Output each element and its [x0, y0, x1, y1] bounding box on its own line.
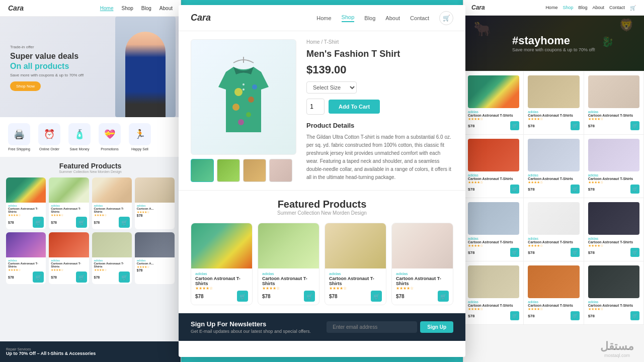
right-product-7[interactable]: adidas Cartoon Astronaut T-Shirts ★★★★☆ …	[464, 198, 523, 261]
right-product-6[interactable]: adidas Cartoon Astronaut T-Shirts ★★★★☆ …	[584, 135, 643, 198]
name-2: Cartoon Astronaut T-Shirts	[51, 207, 87, 213]
add-cart-btn-5[interactable]: 🛒	[33, 272, 44, 283]
right-product-3[interactable]: adidas Cartoon Astronaut T-Shirts ★★★★☆ …	[584, 71, 643, 134]
left-product-4[interactable]: adidas Cartoon A... ★★★★☆ $78	[135, 177, 175, 229]
right-cart-12[interactable]: 🛒	[630, 311, 639, 320]
right-cart-9[interactable]: 🛒	[630, 248, 639, 257]
right-cart-6[interactable]: 🛒	[630, 185, 639, 194]
right-product-2[interactable]: adidas Cartoon Astronaut T-Shirts ★★★★☆ …	[524, 71, 583, 134]
right-cart-4[interactable]: 🛒	[510, 185, 519, 194]
cart-icon-button[interactable]: 🛒	[439, 11, 453, 25]
left-nav-home[interactable]: Home	[100, 6, 114, 11]
left-product-2[interactable]: adidas Cartoon Astronaut T-Shirts ★★★★☆ …	[49, 177, 89, 229]
add-cart-btn-7[interactable]: 🛒	[119, 272, 130, 283]
right-nav-blog[interactable]: Blog	[578, 5, 587, 10]
category-free-shipping[interactable]: 🖨️ Free Shipping	[6, 123, 32, 151]
right-cart-10[interactable]: 🛒	[510, 311, 519, 320]
featured-price-row-3: $78 🛒	[329, 291, 382, 302]
left-product-6[interactable]: adidas Cartoon Astronaut T-Shirts ★★★★☆ …	[49, 232, 89, 284]
right-nav-contact[interactable]: Contact	[609, 5, 625, 10]
featured-product-3[interactable]: adidas Cartoon Astronaut T-Shirts ★★★★☆ …	[325, 223, 386, 305]
left-nav-blog[interactable]: Blog	[141, 6, 151, 11]
add-cart-btn-3[interactable]: 🛒	[119, 217, 130, 228]
right-cart-8[interactable]: 🛒	[571, 248, 580, 257]
featured-img-4	[392, 223, 453, 268]
nav-home[interactable]: Home	[316, 15, 331, 21]
right-img-12	[588, 265, 639, 298]
left-nav-about[interactable]: About	[159, 6, 173, 11]
left-product-1[interactable]: adidas Cartoon Astronaut T-Shirts ★★★★☆ …	[6, 177, 46, 229]
category-promotions[interactable]: 💝 Promotions	[97, 123, 123, 151]
right-stars-8: ★★★★☆	[528, 244, 579, 248]
left-product-3[interactable]: adidas Cartoon Astronaut T-Shirts ★★★★☆ …	[92, 177, 132, 229]
left-product-img-5	[6, 232, 46, 257]
right-cart-5[interactable]: 🛒	[571, 185, 580, 194]
thumbnail-1[interactable]	[191, 159, 214, 182]
nav-about[interactable]: About	[385, 15, 400, 21]
right-product-9[interactable]: adidas Cartoon Astronaut T-Shirts ★★★★☆ …	[584, 198, 643, 261]
right-cart-2[interactable]: 🛒	[571, 121, 580, 130]
right-brand-10: adidas	[468, 300, 519, 304]
nav-shop[interactable]: Shop	[342, 14, 355, 22]
featured-cart-btn-2[interactable]: 🛒	[304, 291, 315, 302]
add-to-cart-button[interactable]: Add To Cart	[329, 100, 380, 114]
featured-product-1[interactable]: adidas Cartoon Astronaut T-Shirts ★★★★☆ …	[191, 223, 253, 305]
category-save-money[interactable]: 🧴 Save Money	[66, 123, 93, 151]
breadcrumb: Home / T-Shirt	[306, 39, 453, 45]
svg-point-4	[246, 112, 251, 117]
size-selector[interactable]: Select Size S M L XL	[306, 81, 357, 94]
left-nav-shop[interactable]: Shop	[121, 6, 133, 11]
quantity-input[interactable]: 1	[306, 99, 325, 115]
category-online-order[interactable]: ⏰ Online Order	[36, 123, 62, 151]
newsletter-signup-button[interactable]: Sign Up	[420, 321, 453, 333]
right-product-11[interactable]: adidas Cartoon Astronaut T-Shirts ★★★★☆ …	[524, 261, 583, 324]
left-product-8[interactable]: adidas Cartoon A... ★★★★☆ $78	[135, 232, 175, 284]
featured-cart-btn-1[interactable]: 🛒	[237, 291, 248, 302]
thumbnail-4[interactable]	[269, 159, 292, 182]
left-product-info-7: adidas Cartoon Astronaut T-Shirts ★★★★☆ …	[92, 257, 132, 284]
featured-cart-btn-3[interactable]: 🛒	[371, 291, 382, 302]
right-img-1	[468, 75, 519, 108]
newsletter-title: Sign Up For Newsletters	[191, 320, 311, 328]
right-name-5: Cartoon Astronaut T-Shirts	[528, 177, 579, 180]
add-cart-btn-1[interactable]: 🛒	[33, 217, 44, 228]
left-product-info-8: adidas Cartoon A... ★★★★☆ $78	[135, 257, 175, 274]
right-brand-8: adidas	[528, 237, 579, 240]
right-nav-home[interactable]: Home	[545, 5, 557, 10]
featured-product-2[interactable]: adidas Cartoon Astronaut T-Shirts ★★★★☆ …	[258, 223, 319, 305]
right-nav-about[interactable]: About	[592, 5, 604, 10]
category-happy-sell[interactable]: 🏃 Happy Sell	[127, 123, 153, 151]
right-product-8[interactable]: adidas Cartoon Astronaut T-Shirts ★★★★☆ …	[524, 198, 583, 261]
nav-blog[interactable]: Blog	[364, 15, 375, 21]
save-money-label: Save Money	[70, 147, 90, 151]
thumbnail-3[interactable]	[243, 159, 266, 182]
nav-contact[interactable]: Contact	[410, 15, 429, 21]
right-nav-shop[interactable]: Shop	[562, 5, 573, 10]
right-product-10[interactable]: adidas Cartoon Astronaut T-Shirts ★★★★☆ …	[464, 261, 523, 324]
left-product-img-1	[6, 177, 46, 203]
right-cart-1[interactable]: 🛒	[510, 121, 519, 130]
right-cart-11[interactable]: 🛒	[571, 311, 580, 320]
left-product-5[interactable]: adidas Cartoon Astronaut T-Shirts ★★★★☆ …	[6, 232, 46, 284]
right-product-4[interactable]: adidas Cartoon Astronaut T-Shirts ★★★★☆ …	[464, 135, 523, 198]
newsletter-email-input[interactable]	[327, 321, 417, 333]
featured-cart-btn-4[interactable]: 🛒	[438, 291, 449, 302]
left-product-7[interactable]: adidas Cartoon Astronaut T-Shirts ★★★★☆ …	[92, 232, 132, 284]
right-stars-2: ★★★★☆	[528, 117, 579, 121]
left-logo: Cara	[8, 4, 24, 12]
right-name-1: Cartoon Astronaut T-Shirts	[468, 114, 519, 117]
right-product-12[interactable]: adidas Cartoon Astronaut T-Shirts ★★★★☆ …	[584, 261, 643, 324]
add-cart-btn-6[interactable]: 🛒	[76, 272, 87, 283]
add-cart-btn-2[interactable]: 🛒	[76, 217, 87, 228]
product-price: $139.00	[306, 63, 453, 76]
right-cart-3[interactable]: 🛒	[630, 121, 639, 130]
right-price-row-3: $78 🛒	[588, 121, 639, 130]
thumbnail-2[interactable]	[217, 159, 240, 182]
right-product-1[interactable]: adidas Cartoon Astronaut T-Shirts ★★★★☆ …	[464, 71, 523, 134]
right-product-5[interactable]: adidas Cartoon Astronaut T-Shirts ★★★★☆ …	[524, 135, 583, 198]
hero-shop-now-button[interactable]: Shop Now	[10, 81, 41, 91]
right-cart-7[interactable]: 🛒	[510, 248, 519, 257]
right-cart-icon[interactable]: 🛒	[630, 5, 636, 11]
right-img-8	[528, 202, 579, 235]
featured-product-4[interactable]: adidas Cartoon Astronaut T-Shirts ★★★★☆ …	[391, 223, 453, 305]
